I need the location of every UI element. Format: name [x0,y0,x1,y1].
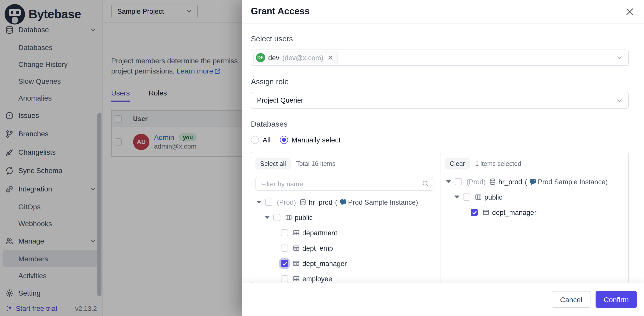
app-viewport: Bytebase Database Databases Change Histo… [0,0,644,316]
instance-name: Prod Sample Instance) [348,198,418,206]
table-name: dept_manager [302,260,347,267]
select-users-input[interactable]: DE dev (dev@x.com) ✕ [251,50,629,66]
tree-row-schema[interactable]: public [255,210,433,225]
tree-row-table[interactable]: department [255,225,433,240]
items-selected-label: 1 items selected [475,160,521,167]
picker-source-head: Select all Total 16 items [255,158,433,169]
filter-wrap [255,177,433,191]
caret-down-icon[interactable] [265,216,270,219]
assign-role-select[interactable]: Project Querier [251,92,629,109]
tree-checkbox[interactable] [455,178,462,185]
tree-checkbox-checked[interactable] [281,260,288,267]
total-items-label: Total 16 items [296,160,335,167]
schema-icon [285,214,292,221]
instance-paren: ( [335,198,337,206]
database-name: hr_prod [498,178,522,186]
chevron-down-icon [616,54,623,61]
filter-input[interactable] [255,177,433,191]
radio-all-label: All [263,136,271,144]
picker-selected-panel: Clear 1 items selected (Prod) hr_prod [441,152,628,283]
source-tree: (Prod) hr_prod ( Prod Sample Instance) [255,195,433,283]
tree-row-schema[interactable]: public [445,189,623,205]
tree-row-table[interactable]: employee [255,271,433,283]
assign-role-label: Assign role [251,77,629,87]
radio-selected-icon [280,136,288,144]
environment-label: (Prod) [277,198,296,206]
caret-down-icon[interactable] [454,196,459,199]
database-picker: Select all Total 16 items (Prod) [251,152,629,283]
clear-button[interactable]: Clear [445,158,470,169]
database-icon [489,178,496,185]
table-name: dept_manager [492,209,536,216]
chevron-down-icon [616,97,623,104]
instance-name: Prod Sample Instance) [538,178,608,186]
chip-user-name: dev [268,54,279,62]
postgres-icon [529,178,536,186]
table-icon [293,275,300,282]
chip-user-email: (dev@x.com) [282,54,324,62]
tree-checkbox[interactable] [281,245,288,252]
environment-label: (Prod) [467,178,486,186]
tree-row-table-selected[interactable]: dept_manager [255,256,433,271]
tree-row-instance[interactable]: (Prod) hr_prod ( Prod Sample Instance) [255,195,433,210]
picker-source-panel: Select all Total 16 items (Prod) [251,152,441,283]
table-icon [293,245,300,252]
tree-checkbox[interactable] [265,199,272,206]
caret-down-icon[interactable] [256,201,262,204]
modal-header: Grant Access [242,0,644,23]
database-name: hr_prod [309,198,332,206]
caret-down-icon[interactable] [446,180,451,183]
modal-footer: Cancel Confirm [242,283,644,316]
modal-title: Grant Access [251,6,310,17]
table-icon [293,229,300,236]
cancel-button[interactable]: Cancel [552,291,590,308]
postgres-icon [339,198,346,206]
tree-row-instance[interactable]: (Prod) hr_prod ( Prod Sample Instance) [445,174,623,189]
avatar: DE [256,53,265,62]
search-icon [422,180,429,187]
tree-checkbox[interactable] [273,214,280,221]
tree-checkbox-checked[interactable] [471,209,478,216]
radio-manual-label: Manually select [291,136,341,144]
picker-selected-head: Clear 1 items selected [445,158,623,169]
tree-checkbox[interactable] [281,229,288,236]
tree-checkbox[interactable] [463,193,470,201]
assign-role-value: Project Querier [257,96,303,104]
schema-icon [475,193,482,201]
table-name: employee [302,275,332,283]
selected-user-chip: DE dev (dev@x.com) ✕ [253,51,338,64]
table-icon [293,260,300,267]
schema-name: public [295,214,313,221]
select-all-button[interactable]: Select all [255,158,290,169]
table-icon [482,209,490,216]
databases-label: Databases [251,119,629,129]
radio-all[interactable]: All [251,136,271,144]
radio-icon [251,136,259,144]
remove-user-icon[interactable]: ✕ [328,54,333,61]
tree-row-table[interactable]: dept_emp [255,240,433,256]
database-icon [299,199,306,206]
database-scope-radios: All Manually select [251,136,629,144]
confirm-button[interactable]: Confirm [596,291,637,308]
select-users-label: Select users [251,34,629,44]
radio-manually-select[interactable]: Manually select [280,136,341,144]
tree-checkbox[interactable] [281,275,288,282]
table-name: department [302,229,337,237]
selected-tree: (Prod) hr_prod ( Prod Sample Instance) [445,174,623,220]
grant-access-modal: Grant Access Select users DE dev (dev@x.… [242,0,644,316]
tree-row-table-selected[interactable]: dept_manager [445,205,623,220]
modal-body: Select users DE dev (dev@x.com) ✕ Assign… [242,23,644,283]
close-icon[interactable] [624,5,636,18]
schema-name: public [484,193,503,201]
instance-paren: ( [525,178,527,186]
table-name: dept_emp [302,244,333,252]
